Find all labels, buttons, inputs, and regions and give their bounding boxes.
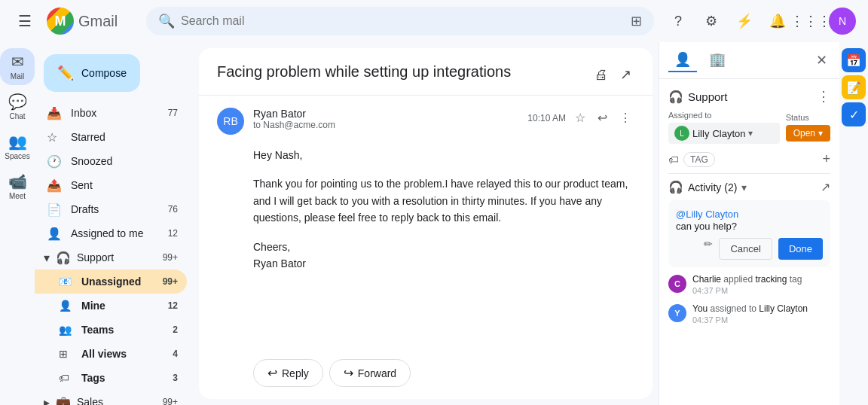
help-icon[interactable]: ? bbox=[663, 6, 693, 36]
you-activity-time: 04:37 PM bbox=[692, 315, 808, 324]
assignee-name: Lilly bbox=[692, 128, 709, 139]
sales-icon: 💼 bbox=[56, 395, 71, 406]
starred-icon: ☆ bbox=[47, 130, 62, 145]
status-badge[interactable]: Open ▾ bbox=[786, 125, 830, 142]
comment-text-row: @Lilly Clayton can you help? bbox=[676, 208, 823, 232]
assigned-icon: 👤 bbox=[47, 227, 62, 241]
compose-button[interactable]: ✏️ Compose bbox=[44, 54, 140, 92]
email-main: Facing problem while setting up integrat… bbox=[199, 48, 653, 399]
sent-icon: 📤 bbox=[47, 178, 62, 193]
menu-icon[interactable]: ☰ bbox=[12, 6, 38, 36]
print-icon[interactable]: 🖨 bbox=[591, 64, 611, 86]
comment-actions: ✏ Cancel Done bbox=[676, 238, 823, 260]
tags-icon: 🏷 bbox=[59, 372, 74, 384]
nav-item-meet[interactable]: 📹 Meet bbox=[0, 168, 35, 205]
nav-icons: ✉ Mail 💬 Chat 👥 Spaces 📹 Meet bbox=[0, 42, 35, 405]
accent-check[interactable]: ✓ bbox=[842, 102, 866, 126]
expand-icon: ▾ bbox=[44, 251, 50, 265]
tag-icon: 🏷 bbox=[668, 154, 679, 166]
support-icon: 🎧 bbox=[56, 251, 71, 265]
settings-icon[interactable]: ⚙ bbox=[696, 6, 726, 36]
status-label: Status bbox=[786, 113, 830, 122]
assignee-lastname: Clayton bbox=[712, 128, 745, 139]
sidebar-item-snoozed[interactable]: 🕐 Snoozed bbox=[35, 149, 187, 173]
right-panel: 👤 🏢 ✕ 🎧 Support ⋮ Assigned to L Lilly Cl bbox=[659, 42, 839, 405]
search-bar[interactable]: 🔍 ⊞ bbox=[146, 7, 654, 35]
email-body: RB Ryan Bator to Nash@acme.com 10:10 AM … bbox=[199, 96, 653, 347]
comment-edit-icon[interactable]: ✏ bbox=[704, 238, 713, 260]
reply-icon[interactable]: ↩ bbox=[594, 108, 610, 128]
star-icon[interactable]: ☆ bbox=[572, 108, 588, 128]
accent-calendar[interactable]: 📅 bbox=[842, 48, 866, 72]
nav-item-mail[interactable]: ✉ Mail bbox=[0, 48, 35, 85]
add-tag-icon[interactable]: + bbox=[822, 151, 830, 167]
sidebar-sub-item-mine[interactable]: 👤 Mine 12 bbox=[35, 294, 187, 318]
filter-icon[interactable]: ⊞ bbox=[631, 13, 642, 29]
compose-icon: ✏️ bbox=[57, 65, 74, 81]
forward-btn-icon: ↪ bbox=[344, 366, 353, 380]
assignee-value[interactable]: L Lilly Clayton ▾ bbox=[668, 123, 780, 144]
panel-content: 🎧 Support ⋮ Assigned to L Lilly Clayton … bbox=[659, 79, 839, 405]
open-external-icon[interactable]: ↗ bbox=[617, 63, 634, 86]
connect-icon[interactable]: ⚡ bbox=[729, 6, 760, 36]
reply-button[interactable]: ↩ Reply bbox=[253, 359, 323, 387]
activity-label: Activity (2) bbox=[688, 181, 737, 193]
activity-header[interactable]: 🎧 Activity (2) ▾ ↗ bbox=[668, 180, 830, 194]
activity-external-icon[interactable]: ↗ bbox=[821, 180, 830, 194]
comment-cancel-btn[interactable]: Cancel bbox=[719, 238, 772, 260]
sidebar-item-inbox[interactable]: 📥 Inbox 77 bbox=[35, 101, 187, 125]
activity-icon: 🎧 bbox=[668, 180, 683, 194]
notifications-icon[interactable]: 🔔 bbox=[763, 6, 793, 36]
sidebar-sub-item-unassigned[interactable]: 📧 Unassigned 99+ bbox=[35, 269, 187, 294]
sidebar-group-sales[interactable]: ▸ 💼 Sales 99+ bbox=[35, 390, 187, 405]
panel-tab-contact[interactable]: 🏢 bbox=[703, 48, 732, 72]
panel-close-btn[interactable]: ✕ bbox=[813, 49, 830, 72]
comment-done-btn[interactable]: Done bbox=[778, 238, 823, 260]
email-closing: Cheers, bbox=[253, 239, 634, 255]
accent-note[interactable]: 📝 bbox=[842, 75, 866, 99]
you-avatar: Y bbox=[668, 304, 686, 322]
email-text: Hey Nash, Thank you for pointing us to t… bbox=[253, 147, 634, 272]
nav-item-chat[interactable]: 💬 Chat bbox=[0, 88, 35, 125]
you-activity-text: You assigned to Lilly Clayton bbox=[692, 303, 808, 315]
sidebar-sub-item-teams[interactable]: 👥 Teams 2 bbox=[35, 318, 187, 342]
reply-btn-icon: ↩ bbox=[267, 366, 277, 380]
unassigned-icon: 📧 bbox=[59, 276, 74, 288]
panel-title: Support bbox=[688, 90, 728, 103]
sidebar-item-starred[interactable]: ☆ Starred bbox=[35, 125, 187, 149]
email-header: Facing problem while setting up integrat… bbox=[199, 48, 653, 96]
email-time: 10:10 AM bbox=[527, 113, 566, 123]
tag-row: 🏷 TAG + bbox=[668, 151, 830, 167]
email-actions: ↩ Reply ↪ Forward bbox=[199, 347, 653, 399]
sidebar-item-assigned-to-me[interactable]: 👤 Assigned to me 12 bbox=[35, 221, 187, 245]
sidebar-group-support[interactable]: ▾ 🎧 Support 99+ bbox=[35, 245, 187, 269]
nav-item-spaces[interactable]: 👥 Spaces bbox=[0, 128, 35, 165]
assigned-to-label: Assigned to bbox=[668, 111, 780, 120]
comment-body: can you help? bbox=[676, 221, 737, 232]
charlie-avatar: C bbox=[668, 275, 686, 293]
email-subject: Facing problem while setting up integrat… bbox=[217, 63, 511, 81]
sidebar-sub-item-all-views[interactable]: ⊞ All views 4 bbox=[35, 342, 187, 366]
sidebar: ✏️ Compose 📥 Inbox 77 ☆ Starred 🕐 Snooze… bbox=[35, 42, 193, 405]
more-icon[interactable]: ⋮ bbox=[616, 108, 634, 128]
avatar[interactable]: N bbox=[829, 8, 856, 35]
sidebar-item-sent[interactable]: 📤 Sent bbox=[35, 173, 187, 197]
sender-info: Ryan Bator to Nash@acme.com bbox=[253, 108, 518, 130]
search-input[interactable] bbox=[181, 14, 625, 28]
panel-tabs: 👤 🏢 ✕ bbox=[659, 42, 839, 79]
panel-more-icon[interactable]: ⋮ bbox=[817, 88, 830, 105]
comment-mention: @Lilly Clayton bbox=[676, 209, 738, 220]
sidebar-item-drafts[interactable]: 📄 Drafts 76 bbox=[35, 197, 187, 221]
drafts-icon: 📄 bbox=[47, 202, 62, 217]
sender-email: to Nash@acme.com bbox=[253, 120, 518, 130]
activity-item-you: Y You assigned to Lilly Clayton 04:37 PM bbox=[668, 303, 830, 324]
charlie-activity-time: 04:37 PM bbox=[692, 286, 802, 295]
gmail-logo: M Gmail bbox=[47, 8, 137, 35]
support-panel-icon: 🎧 bbox=[668, 90, 683, 104]
forward-button[interactable]: ↪ Forward bbox=[329, 359, 411, 387]
teams-icon: 👥 bbox=[59, 324, 74, 336]
apps-icon[interactable]: ⋮⋮⋮ bbox=[796, 6, 826, 36]
panel-tab-person[interactable]: 👤 bbox=[668, 48, 697, 72]
sidebar-sub-item-tags[interactable]: 🏷 Tags 3 bbox=[35, 366, 187, 390]
activity-item-charlie: C Charlie applied tracking tag 04:37 PM bbox=[668, 273, 830, 295]
